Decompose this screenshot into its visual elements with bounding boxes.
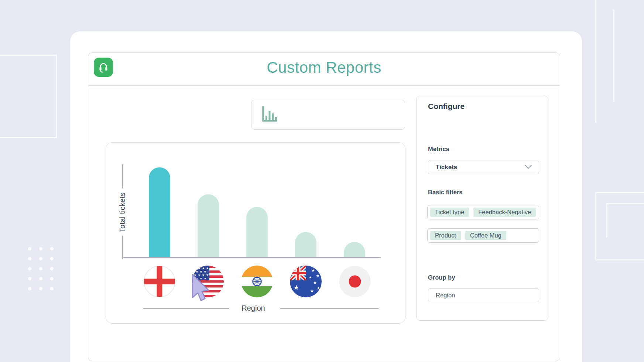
basic-filters-label: Basic filters xyxy=(428,189,463,196)
flag-india-icon xyxy=(241,266,273,297)
flag-japan-icon xyxy=(339,266,371,297)
app-window: Custom Reports Total tickets xyxy=(70,31,582,362)
filter-value-chip[interactable]: Coffee Mug xyxy=(465,231,506,240)
desktop-background: Custom Reports Total tickets xyxy=(0,0,644,362)
x-axis-label: Region xyxy=(227,304,279,313)
decorative-rectangle-outline xyxy=(0,55,57,138)
group-by-label: Group by xyxy=(428,274,455,281)
decorative-rectangle-outline xyxy=(595,192,644,260)
x-label-rule-right xyxy=(280,308,378,309)
flag-england-icon xyxy=(144,266,175,297)
flag-australia-icon xyxy=(290,266,322,297)
chart-type-selector-button[interactable] xyxy=(251,100,405,130)
metrics-select[interactable]: Tickets xyxy=(428,160,539,174)
decorative-dots-grid xyxy=(28,247,54,290)
bar-india xyxy=(246,207,268,257)
filter-field-chip[interactable]: Ticket type xyxy=(430,208,469,217)
y-axis-line xyxy=(122,236,123,259)
group-by-input[interactable]: Region xyxy=(428,288,539,302)
filter-field-chip[interactable]: Product xyxy=(430,231,461,240)
metrics-label: Metrics xyxy=(428,146,449,153)
header-divider xyxy=(88,85,560,86)
x-axis-line xyxy=(123,257,381,258)
decorative-rectangle-outline xyxy=(606,203,644,238)
page-title: Custom Reports xyxy=(88,57,560,79)
bar-japan xyxy=(344,242,365,257)
filter-row: Product Coffee Mug xyxy=(427,228,539,243)
bar-australia xyxy=(295,232,316,257)
cursor-pointer-icon xyxy=(192,274,212,306)
bar-chart-icon xyxy=(261,106,278,124)
decorative-line xyxy=(595,0,596,123)
configure-panel: Configure Metrics Tickets Basic filters … xyxy=(416,96,548,321)
filter-value-chip[interactable]: Feedback-Negative xyxy=(473,208,536,217)
group-by-value: Region xyxy=(436,292,455,299)
decorative-line xyxy=(613,10,614,102)
report-builder-panel: Custom Reports Total tickets xyxy=(88,52,560,361)
bar-united-states xyxy=(198,194,219,257)
filter-row: Ticket type Feedback-Negative xyxy=(427,205,539,219)
metrics-selected-value: Tickets xyxy=(436,164,457,171)
configure-title: Configure xyxy=(428,102,465,111)
bar-england xyxy=(149,167,170,257)
report-chart-card: Total tickets xyxy=(106,142,405,324)
chevron-down-icon xyxy=(524,164,532,171)
x-label-rule-left xyxy=(143,308,229,309)
